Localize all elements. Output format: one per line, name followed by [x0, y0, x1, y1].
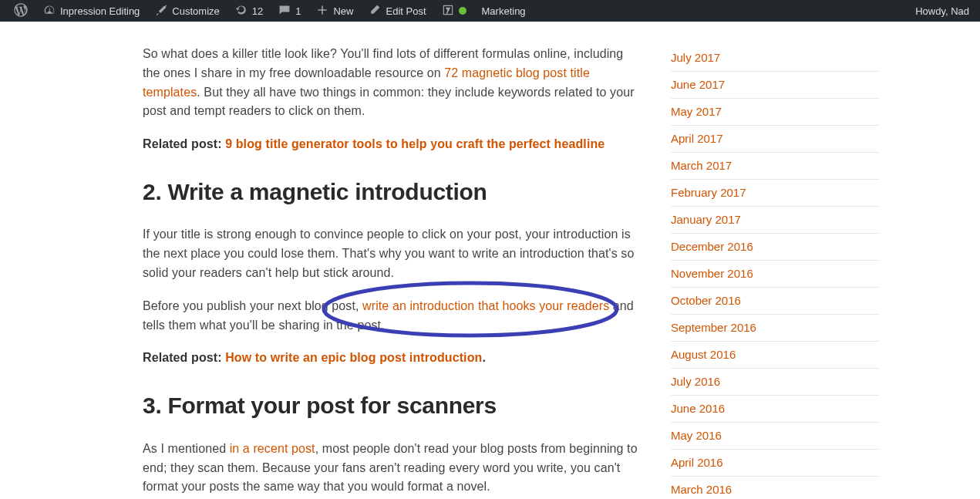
- archive-link[interactable]: October 2016: [671, 294, 741, 307]
- heading-2: 2. Write a magnetic introduction: [143, 174, 640, 211]
- link-intro-hook[interactable]: write an introduction that hooks your re…: [362, 299, 609, 312]
- paintbrush-icon: [155, 4, 167, 19]
- archive-link[interactable]: January 2017: [671, 213, 741, 226]
- archive-link[interactable]: April 2017: [671, 132, 723, 145]
- text: As I mentioned: [143, 442, 230, 455]
- annotated-paragraph: Before you publish your next blog post, …: [143, 297, 640, 335]
- howdy-label: Howdy, Nad: [915, 5, 969, 17]
- customize-menu[interactable]: Customize: [147, 0, 227, 22]
- updates-count: 12: [252, 5, 263, 17]
- wp-admin-bar: Inpression Editing Customize 12 1 New Ed…: [0, 0, 980, 22]
- archive-item: April 2016: [671, 450, 879, 477]
- archive-item: July 2016: [671, 369, 879, 396]
- related-label: Related post:: [143, 351, 225, 364]
- seo-status-dot: [459, 7, 466, 15]
- archive-item: August 2016: [671, 342, 879, 369]
- customize-label: Customize: [172, 5, 219, 17]
- archive-link[interactable]: July 2017: [671, 51, 720, 64]
- archive-item: January 2017: [671, 207, 879, 234]
- archive-link[interactable]: March 2016: [671, 483, 732, 496]
- archive-item: February 2017: [671, 180, 879, 207]
- link-related-2[interactable]: How to write an epic blog post introduct…: [225, 351, 482, 364]
- paragraph: As I mentioned in a recent post, most pe…: [143, 440, 640, 497]
- archive-item: July 2017: [671, 45, 879, 72]
- plus-icon: [316, 4, 328, 19]
- related-label: Related post:: [143, 137, 225, 150]
- admin-bar-right[interactable]: Howdy, Nad: [915, 5, 974, 17]
- admin-bar-left: Inpression Editing Customize 12 1 New Ed…: [6, 0, 534, 22]
- heading-3: 3. Format your post for scanners: [143, 388, 640, 424]
- archive-link[interactable]: June 2017: [671, 78, 725, 91]
- archive-item: March 2016: [671, 477, 879, 499]
- text: Before you publish your next blog post,: [143, 299, 362, 312]
- wp-logo[interactable]: [6, 0, 35, 22]
- updates-menu[interactable]: 12: [227, 0, 271, 22]
- archive-link[interactable]: September 2016: [671, 321, 756, 334]
- related-post: Related post: 9 blog title generator too…: [143, 135, 640, 154]
- archive-link[interactable]: March 2017: [671, 159, 732, 172]
- archive-item: May 2016: [671, 423, 879, 450]
- new-label: New: [333, 5, 353, 17]
- pencil-icon: [369, 4, 381, 19]
- comments-menu[interactable]: 1: [271, 0, 308, 22]
- archive-item: June 2016: [671, 396, 879, 423]
- text: .: [482, 351, 486, 364]
- related-post: Related post: How to write an epic blog …: [143, 349, 640, 368]
- archive-link[interactable]: August 2016: [671, 348, 736, 361]
- archive-item: March 2017: [671, 153, 879, 180]
- edit-post-menu[interactable]: Edit Post: [361, 0, 433, 22]
- site-name-menu[interactable]: Inpression Editing: [35, 0, 147, 22]
- dashboard-icon: [43, 4, 56, 19]
- comment-icon: [278, 4, 291, 19]
- marketing-label: Marketing: [482, 5, 526, 17]
- link-recent-post[interactable]: in a recent post: [230, 442, 315, 455]
- archive-link[interactable]: July 2016: [671, 375, 720, 388]
- archive-link[interactable]: June 2016: [671, 402, 725, 415]
- archive-link[interactable]: April 2016: [671, 456, 723, 469]
- archive-link[interactable]: November 2016: [671, 267, 753, 280]
- archive-link[interactable]: May 2016: [671, 429, 722, 442]
- archive-list: July 2017June 2017May 2017April 2017Marc…: [671, 45, 879, 499]
- sidebar: July 2017June 2017May 2017April 2017Marc…: [671, 45, 879, 499]
- archive-link[interactable]: February 2017: [671, 186, 746, 199]
- post-content: So what does a killer title look like? Y…: [143, 45, 640, 499]
- archive-item: May 2017: [671, 99, 879, 126]
- text: . But they all have two things in common…: [143, 86, 635, 118]
- archive-item: November 2016: [671, 261, 879, 288]
- wordpress-icon: [14, 3, 28, 19]
- marketing-menu[interactable]: Marketing: [474, 0, 534, 22]
- yoast-menu[interactable]: [434, 0, 474, 22]
- comments-count: 1: [295, 5, 301, 17]
- archive-link[interactable]: May 2017: [671, 105, 722, 118]
- archive-item: December 2016: [671, 234, 879, 261]
- refresh-icon: [235, 4, 248, 19]
- paragraph: So what does a killer title look like? Y…: [143, 45, 640, 121]
- yoast-icon: [442, 4, 454, 19]
- archive-link[interactable]: December 2016: [671, 240, 753, 253]
- page-body: So what does a killer title look like? Y…: [0, 22, 980, 499]
- archive-item: September 2016: [671, 315, 879, 342]
- archive-item: June 2017: [671, 72, 879, 99]
- site-name-label: Inpression Editing: [60, 5, 140, 17]
- paragraph: If your title is strong enough to convin…: [143, 225, 640, 282]
- archive-item: April 2017: [671, 126, 879, 153]
- edit-post-label: Edit Post: [386, 5, 426, 17]
- archive-item: October 2016: [671, 288, 879, 315]
- paragraph: Before you publish your next blog post, …: [143, 297, 640, 335]
- new-content-menu[interactable]: New: [308, 0, 361, 22]
- link-related-1[interactable]: 9 blog title generator tools to help you…: [225, 137, 605, 150]
